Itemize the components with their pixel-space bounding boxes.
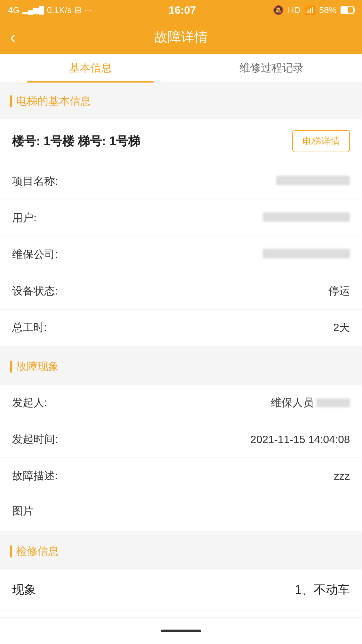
total-hours-label: 总工时:	[12, 320, 47, 335]
tab-basic-info[interactable]: 基本信息	[0, 54, 181, 83]
project-label: 项目名称:	[12, 174, 58, 189]
section-fault-header: 故障现象	[0, 353, 362, 381]
project-value	[276, 175, 350, 188]
phenomenon-value: 1、不动车	[295, 582, 350, 598]
total-hours-row: 总工时: 2天	[0, 310, 362, 346]
image-row: 图片	[0, 494, 362, 531]
phenomenon-row: 现象 1、不动车	[0, 570, 362, 610]
section-basic-info-header: 电梯的基本信息	[0, 87, 362, 115]
section-fault-title: 故障现象	[16, 359, 59, 374]
section-bar-1	[10, 95, 12, 107]
project-name-row: 项目名称:	[0, 163, 362, 200]
signal-bars: ▂▄▆█	[22, 6, 44, 14]
status-right: 🔕 HD 📶 58%	[273, 5, 354, 15]
section-maintenance-header: 检修信息	[0, 537, 362, 566]
status-left: 4G ▂▄▆█ 0.1K/s ⊟ ···	[8, 5, 92, 15]
dots: ···	[84, 5, 92, 15]
tab-repair-record[interactable]: 维修过程记录	[181, 54, 362, 83]
basic-info-content: 楼号: 1号楼 梯号: 1号梯 电梯详情 项目名称: 用户: 维保公司: 设备状…	[0, 119, 362, 346]
signal-text: 4G	[8, 5, 20, 15]
spacer-2	[0, 115, 362, 119]
building-row: 楼号: 1号楼 梯号: 1号梯 电梯详情	[0, 119, 362, 163]
spacer-1	[0, 83, 362, 87]
fault-info-content: 发起人: 维保人员 发起时间: 2021-11-15 14:04:08 故障描述…	[0, 385, 362, 531]
section-maintenance-title: 检修信息	[16, 544, 59, 559]
spacer-6	[0, 566, 362, 570]
company-label: 维保公司:	[12, 247, 58, 262]
bottom-bar	[0, 617, 362, 644]
spacer-3	[0, 346, 362, 353]
hd-text: HD	[288, 5, 300, 15]
page-title: 故障详情	[154, 28, 208, 46]
speed-text: 0.1K/s	[47, 5, 72, 15]
user-label: 用户:	[12, 211, 37, 225]
user-row: 用户:	[0, 200, 362, 236]
battery-text: 58%	[319, 5, 337, 15]
company-value	[263, 249, 350, 261]
device-status-label: 设备状态:	[12, 284, 58, 299]
spacer-5	[0, 531, 362, 537]
section-basic-info-title: 电梯的基本信息	[16, 94, 91, 109]
bell-icon: 🔕	[273, 5, 284, 15]
status-time: 16:07	[169, 4, 196, 16]
device-status-value: 停运	[328, 284, 350, 299]
fault-desc-label: 故障描述:	[12, 469, 58, 483]
device-status-row: 设备状态: 停运	[0, 273, 362, 310]
status-bar: 4G ▂▄▆█ 0.1K/s ⊟ ··· 16:07 🔕 HD 📶 58%	[0, 0, 362, 20]
user-value	[263, 212, 350, 224]
battery-icon	[341, 6, 354, 14]
section-bar-3	[10, 545, 12, 557]
phenomenon-label: 现象	[12, 582, 36, 598]
initiate-time-value: 2021-11-15 14:04:08	[250, 433, 350, 446]
initiator-value: 维保人员	[271, 395, 350, 410]
tabs-container: 基本信息 维修过程记录	[0, 54, 362, 83]
elevator-detail-button[interactable]: 电梯详情	[292, 130, 350, 152]
storage-icon: ⊟	[74, 5, 82, 15]
page-header: ‹ 故障详情	[0, 20, 362, 54]
fault-desc-value: zzz	[334, 470, 350, 482]
initiator-row: 发起人: 维保人员	[0, 385, 362, 421]
company-row: 维保公司:	[0, 236, 362, 273]
section-bar-2	[10, 361, 12, 373]
building-info-text: 楼号: 1号楼 梯号: 1号梯	[12, 133, 140, 150]
initiate-time-label: 发起时间:	[12, 432, 58, 447]
wifi-icon: 📶	[304, 5, 315, 15]
back-button[interactable]: ‹	[10, 28, 15, 46]
initiator-label: 发起人:	[12, 395, 47, 410]
spacer-4	[0, 381, 362, 385]
home-indicator	[161, 630, 201, 632]
total-hours-value: 2天	[333, 320, 350, 335]
image-label: 图片	[12, 505, 34, 517]
initiate-time-row: 发起时间: 2021-11-15 14:04:08	[0, 421, 362, 458]
fault-desc-row: 故障描述: zzz	[0, 458, 362, 494]
